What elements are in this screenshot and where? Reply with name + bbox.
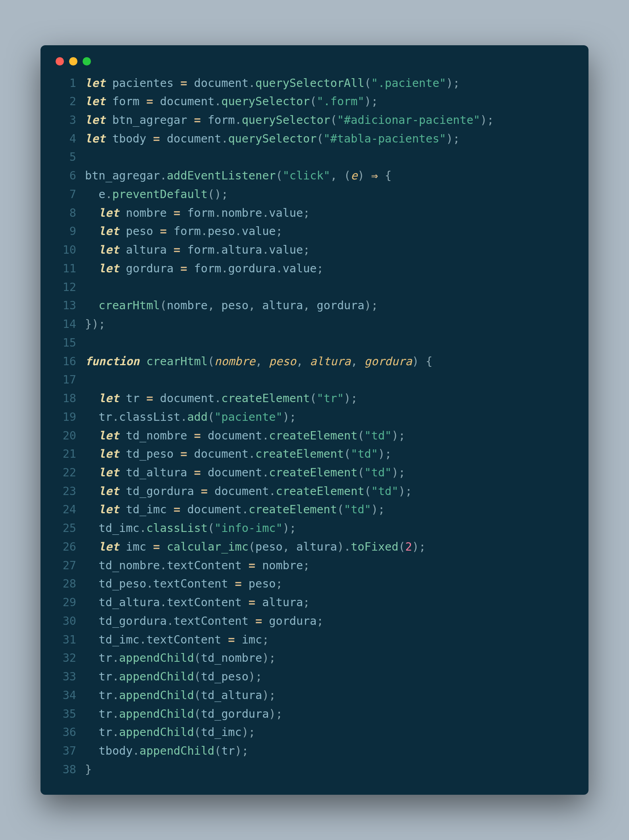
line-content: tr.appendChild(td_gordura); [76,705,283,724]
line-number: 2 [55,92,76,111]
line-content: td_gordura.textContent = gordura; [76,612,324,631]
zoom-icon[interactable] [83,57,91,66]
line-content: let td_nombre = document.createElement("… [76,427,405,445]
code-line: 28 td_peso.textContent = peso; [55,575,574,593]
line-content [76,334,85,353]
line-content: td_imc.textContent = imc; [76,631,269,649]
line-number: 29 [55,593,76,612]
code-window: 1let pacientes = document.querySelectorA… [41,45,588,795]
line-number: 8 [55,204,76,223]
line-content: let pacientes = document.querySelectorAl… [76,74,460,93]
line-number: 18 [55,389,76,408]
line-number: 9 [55,222,76,241]
code-line: 15 [55,334,574,353]
line-number: 34 [55,686,76,705]
line-number: 22 [55,464,76,482]
line-number: 26 [55,538,76,557]
code-line: 9 let peso = form.peso.value; [55,222,574,241]
line-number: 32 [55,649,76,668]
line-number: 16 [55,353,76,371]
code-line: 8 let nombre = form.nombre.value; [55,204,574,223]
line-content: btn_agregar.addEventListener("click", (e… [76,167,392,185]
line-content [76,278,85,297]
line-content: let tr = document.createElement("tr"); [76,389,357,408]
code-line: 31 td_imc.textContent = imc; [55,631,574,649]
line-number: 20 [55,427,76,445]
line-content: let peso = form.peso.value; [76,222,283,241]
code-line: 10 let altura = form.altura.value; [55,241,574,260]
code-line: 36 tr.appendChild(td_imc); [55,723,574,742]
code-line: 25 td_imc.classList("info-imc"); [55,519,574,538]
line-content: crearHtml(nombre, peso, altura, gordura)… [76,297,378,315]
line-content: let tbody = document.querySelector("#tab… [76,130,460,148]
line-content [76,148,85,167]
line-content: let btn_agregar = form.querySelector("#a… [76,111,494,130]
line-content [76,371,85,389]
line-content: let td_peso = document.createElement("td… [76,445,392,464]
code-line: 2let form = document.querySelector(".for… [55,92,574,111]
code-line: 6btn_agregar.addEventListener("click", (… [55,167,574,185]
line-content: let td_altura = document.createElement("… [76,464,405,482]
line-content: let gordura = form.gordura.value; [76,260,324,278]
code-block: 1let pacientes = document.querySelectorA… [55,74,574,779]
line-number: 12 [55,278,76,297]
line-number: 19 [55,408,76,427]
line-number: 28 [55,575,76,593]
code-line: 27 td_nombre.textContent = nombre; [55,557,574,575]
code-line: 35 tr.appendChild(td_gordura); [55,705,574,724]
code-line: 32 tr.appendChild(td_nombre); [55,649,574,668]
line-number: 10 [55,241,76,260]
line-content: tr.appendChild(td_imc); [76,723,255,742]
line-number: 36 [55,723,76,742]
line-number: 17 [55,371,76,389]
line-number: 21 [55,445,76,464]
code-line: 5 [55,148,574,167]
code-line: 4let tbody = document.querySelector("#ta… [55,130,574,148]
line-content: td_peso.textContent = peso; [76,575,283,593]
line-number: 31 [55,631,76,649]
code-line: 29 td_altura.textContent = altura; [55,593,574,612]
line-content: e.preventDefault(); [76,185,228,204]
code-line: 16function crearHtml(nombre, peso, altur… [55,353,574,371]
code-line: 38} [55,761,574,779]
line-content: td_altura.textContent = altura; [76,593,310,612]
line-content: tr.classList.add("paciente"); [76,408,296,427]
line-number: 7 [55,185,76,204]
code-line: 30 td_gordura.textContent = gordura; [55,612,574,631]
line-number: 33 [55,668,76,686]
line-number: 11 [55,260,76,278]
line-number: 5 [55,148,76,167]
line-content: tr.appendChild(td_nombre); [76,649,276,668]
code-line: 7 e.preventDefault(); [55,185,574,204]
line-number: 37 [55,742,76,761]
code-line: 22 let td_altura = document.createElemen… [55,464,574,482]
line-content: let form = document.querySelector(".form… [76,92,378,111]
code-line: 19 tr.classList.add("paciente"); [55,408,574,427]
line-number: 6 [55,167,76,185]
code-line: 13 crearHtml(nombre, peso, altura, gordu… [55,297,574,315]
line-content: td_nombre.textContent = nombre; [76,557,310,575]
line-content: } [76,761,92,779]
line-number: 3 [55,111,76,130]
code-line: 3let btn_agregar = form.querySelector("#… [55,111,574,130]
line-number: 25 [55,519,76,538]
code-line: 12 [55,278,574,297]
line-number: 23 [55,482,76,501]
line-number: 27 [55,557,76,575]
line-content: let imc = calcular_imc(peso, altura).toF… [76,538,426,557]
line-number: 35 [55,705,76,724]
line-number: 13 [55,297,76,315]
line-number: 15 [55,334,76,353]
code-line: 33 tr.appendChild(td_peso); [55,668,574,686]
close-icon[interactable] [56,57,64,66]
code-line: 24 let td_imc = document.createElement("… [55,501,574,519]
line-content: tr.appendChild(td_peso); [76,668,262,686]
line-content: let td_imc = document.createElement("td"… [76,501,385,519]
line-number: 14 [55,315,76,334]
code-line: 18 let tr = document.createElement("tr")… [55,389,574,408]
line-number: 1 [55,74,76,93]
line-content: tr.appendChild(td_altura); [76,686,276,705]
code-line: 20 let td_nombre = document.createElemen… [55,427,574,445]
minimize-icon[interactable] [69,57,77,66]
code-line: 11 let gordura = form.gordura.value; [55,260,574,278]
